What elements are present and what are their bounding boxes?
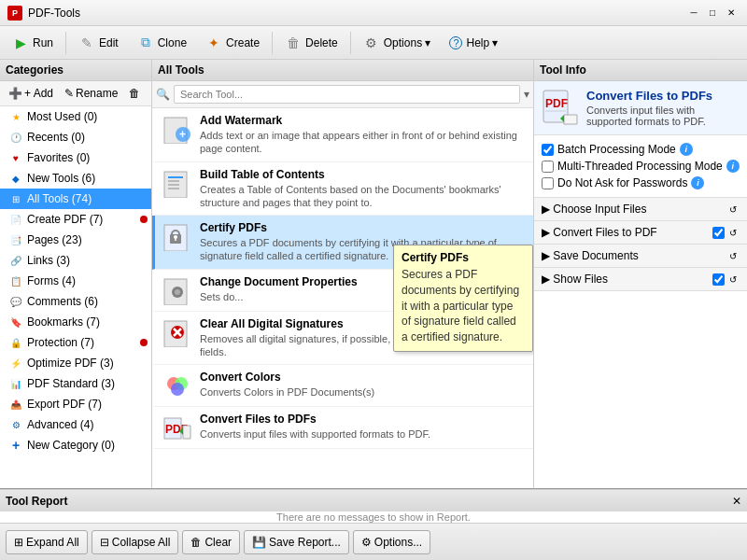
delete-button[interactable]: 🗑 Delete (276, 30, 346, 56)
cat-item-new-tools[interactable]: ◆ New Tools (6) (0, 168, 151, 189)
help-button[interactable]: ? Help ▾ (441, 30, 506, 56)
tool-item-add-watermark[interactable]: + Add Watermark Adds text or an image th… (152, 108, 533, 162)
checkbox-multithread-input[interactable] (542, 161, 554, 173)
cat-label-advanced: Advanced (4) (27, 418, 93, 431)
cat-icon-optimize: ⚡ (8, 356, 23, 371)
search-input[interactable] (174, 85, 520, 104)
section-show-files-check[interactable] (712, 273, 725, 286)
clear-icon: 🗑 (190, 536, 202, 549)
section-convert-label: ▶ Convert Files to PDF (542, 226, 657, 239)
cat-item-create-pdf[interactable]: 📄 Create PDF (7) (0, 209, 151, 230)
cat-item-favorites[interactable]: ♥ Favorites (0) (0, 147, 151, 168)
cat-item-most-used[interactable]: ★ Most Used (0) (0, 106, 151, 127)
cat-label-favorites: Favorites (0) (27, 151, 90, 164)
section-show-files-reset[interactable]: ↺ (726, 273, 740, 286)
section-convert-check[interactable] (712, 227, 725, 239)
tool-info-header: Tool Info (534, 60, 747, 81)
tool-name-toc: Build Table of Contents (200, 168, 526, 181)
add-label: + Add (24, 87, 53, 100)
tool-item-convert-files[interactable]: PDF Convert Files to PDFs Converts input… (152, 407, 533, 449)
create-button[interactable]: ✦ Create (197, 30, 268, 56)
cat-item-pdf-standard[interactable]: 📊 PDF Standard (3) (0, 373, 151, 394)
edit-icon: ✎ (78, 35, 95, 51)
cat-item-pages[interactable]: 📑 Pages (23) (0, 230, 151, 250)
options-icon: ⚙ (363, 35, 380, 51)
save-report-button[interactable]: 💾 Save Report... (244, 530, 349, 554)
title-bar: P PDF-Tools ─ □ ✕ (0, 0, 747, 26)
clone-icon: ⧉ (137, 35, 154, 51)
cat-item-comments[interactable]: 💬 Comments (6) (0, 291, 151, 312)
cat-item-protection[interactable]: 🔒 Protection (7) (0, 332, 151, 353)
cat-item-bookmarks[interactable]: 🔖 Bookmarks (7) (0, 312, 151, 332)
checkbox-batch-label: Batch Processing Mode (557, 143, 676, 156)
section-show-files-header[interactable]: ▶ Show Files ↺ (534, 268, 747, 290)
collapse-all-button[interactable]: ⊟ Collapse All (92, 530, 179, 554)
search-icon: 🔍 (156, 88, 170, 101)
cat-item-links[interactable]: 🔗 Links (3) (0, 250, 151, 271)
section-choose-reset[interactable]: ↺ (726, 203, 740, 216)
cat-item-export-pdf[interactable]: 📤 Export PDF (7) (0, 394, 151, 414)
section-choose-actions: ↺ (726, 203, 740, 216)
section-show-files-label: ▶ Show Files (542, 273, 608, 286)
multithread-info-icon[interactable]: i (726, 160, 740, 173)
section-convert: ▶ Convert Files to PDF ↺ (534, 221, 747, 245)
section-save-header[interactable]: ▶ Save Documents ↺ (534, 245, 747, 267)
tool-item-toc[interactable]: Build Table of Contents Creates a Table … (152, 162, 533, 217)
minimize-button[interactable]: ─ (685, 6, 702, 21)
add-icon: ➕ (8, 87, 22, 100)
batch-info-icon[interactable]: i (680, 143, 693, 156)
add-category-button[interactable]: ➕ + Add (4, 84, 58, 103)
cat-label-pages: Pages (23) (27, 233, 82, 246)
cat-item-new-category[interactable]: + New Category (0) (0, 435, 151, 455)
tool-icon-change-props (162, 275, 192, 305)
section-convert-header[interactable]: ▶ Convert Files to PDF ↺ (534, 221, 747, 244)
close-report-button[interactable]: ✕ (732, 495, 741, 508)
cat-item-optimize[interactable]: ⚡ Optimize PDF (3) (0, 353, 151, 373)
svg-point-22 (171, 383, 184, 396)
run-button[interactable]: ▶ Run (4, 30, 62, 56)
bottom-area: Tool Report ✕ There are no messages to s… (0, 488, 747, 560)
tool-icon-convert-files: PDF (162, 413, 192, 442)
expand-all-button[interactable]: ⊞ Expand All (6, 530, 88, 554)
collapse-all-icon: ⊟ (100, 536, 109, 549)
cat-item-all-tools[interactable]: ⊞ All Tools (74) (0, 189, 151, 209)
run-label: Run (33, 36, 53, 49)
edit-button[interactable]: ✎ Edit (70, 30, 127, 56)
section-choose-input-label: ▶ Choose Input Files (542, 203, 646, 216)
maximize-button[interactable]: □ (704, 6, 721, 21)
cat-icon-comments: 💬 (8, 294, 23, 309)
rename-category-button[interactable]: ✎ Rename (60, 84, 122, 103)
tools-panel: All Tools 🔍 ▾ + (152, 60, 534, 488)
cat-dot-create-pdf (140, 216, 148, 223)
section-save-reset[interactable]: ↺ (726, 250, 740, 262)
cat-item-recents[interactable]: 🕐 Recents (0) (0, 127, 151, 147)
cat-icon-all-tools: ⊞ (8, 191, 23, 206)
options-button[interactable]: ⚙ Options ▾ (355, 30, 440, 56)
svg-point-11 (174, 235, 177, 239)
checkbox-passwords-input[interactable] (542, 177, 554, 189)
tool-desc-toc: Creates a Table of Contents based on the… (200, 183, 526, 210)
checkbox-batch-input[interactable] (542, 144, 554, 156)
tool-item-convert-colors[interactable]: Convert Colors Converts Colors in PDF Do… (152, 365, 533, 407)
tool-report-label: Tool Report (6, 495, 67, 508)
cat-item-forms[interactable]: 📋 Forms (4) (0, 271, 151, 291)
tool-info-title-label: Tool Info (540, 63, 586, 77)
delete-category-button[interactable]: 🗑 (124, 84, 145, 103)
section-convert-reset[interactable]: ↺ (726, 227, 740, 239)
checkbox-multithread-label: Multi-Threaded Processing Mode (557, 160, 723, 173)
search-bar: 🔍 ▾ (152, 81, 533, 108)
cat-item-advanced[interactable]: ⚙ Advanced (4) (0, 414, 151, 435)
clone-button[interactable]: ⧉ Clone (129, 30, 195, 56)
info-tool-header: PDF Convert Files to PDFs Converts input… (534, 81, 747, 135)
report-options-button[interactable]: ⚙ Options... (353, 530, 430, 554)
cat-label-most-used: Most Used (0) (27, 110, 97, 123)
tool-icon-certify (162, 221, 192, 251)
section-save-actions: ↺ (726, 250, 740, 262)
close-button[interactable]: ✕ (723, 6, 740, 21)
clear-button[interactable]: 🗑 Clear (182, 530, 240, 554)
categories-header: Categories (0, 60, 151, 81)
section-choose-input-header[interactable]: ▶ Choose Input Files ↺ (534, 198, 747, 220)
passwords-info-icon[interactable]: i (691, 176, 704, 189)
search-dropdown-icon[interactable]: ▾ (524, 88, 529, 101)
tool-text-add-watermark: Add Watermark Adds text or an image that… (200, 114, 526, 156)
